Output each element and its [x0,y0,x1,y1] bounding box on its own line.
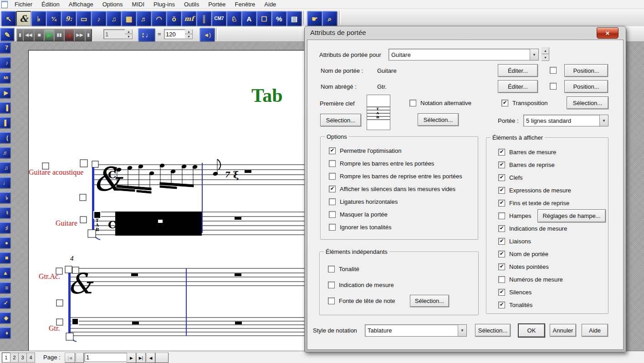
endings-repeat-text-checkbox[interactable]: ✔ [498,200,505,207]
cancel-button[interactable]: Annuler [550,324,576,337]
chevron-down-icon[interactable]: ▼ [530,49,538,60]
tempo-input[interactable] [164,29,186,39]
page-first-button[interactable]: |◀ [65,353,75,363]
tempo-button[interactable]: ▲▼ ♩ [138,28,155,42]
barlines-checkbox[interactable]: ✔ [498,149,505,156]
tuplet-tool-button[interactable]: ♬ [136,11,152,26]
view-preset-3-button[interactable]: 3 [18,353,27,363]
palette-button-18[interactable]: ✓ [0,297,11,309]
playback-play-button[interactable]: ▶ [44,29,55,41]
graphics-tool-button[interactable]: ☐ [256,11,272,26]
flat-beams-checkbox[interactable] [329,198,336,205]
abbr-name-checkbox[interactable] [550,83,557,90]
edit-abbr-name-button[interactable]: Éditer... [498,80,538,93]
tempo-up-button[interactable]: ▲ [185,29,193,34]
notation-style-combo[interactable]: Tablature ▼ [365,324,467,337]
view-preset-4-button[interactable]: 4 [26,353,35,363]
notation-style-selection-button[interactable]: Sélection... [475,324,511,337]
counter-up-button[interactable]: ▲ [125,29,133,34]
measure-tool-button[interactable]: ▭ [76,11,92,26]
palette-button-5[interactable]: ▐ [0,102,11,114]
page-next-button[interactable]: ▶ [127,353,136,363]
staff-up-button[interactable]: ▲ [542,47,549,54]
palette-button-9[interactable]: ♫ [0,162,11,174]
notehead-font-checkbox[interactable] [328,297,335,304]
break-repeat-barlines-checkbox[interactable] [329,173,336,180]
stems-checkbox[interactable] [498,212,505,219]
staff-down-button[interactable]: ▼ [542,54,549,61]
break-barlines-checkbox[interactable] [329,160,336,167]
transposition-checkbox[interactable]: ✔ [501,100,508,106]
close-button[interactable]: × [597,27,618,39]
palette-button-8[interactable]: ♬ [0,147,11,159]
dotted-notes-checkbox[interactable]: ✔ [498,263,505,270]
measure-expressions-checkbox[interactable]: ✔ [498,187,505,194]
palette-button-14[interactable]: ● [0,237,11,249]
palette-button-7[interactable]: ( [0,132,11,144]
zoom-tool-button[interactable]: ⌕ [322,11,337,26]
playback-pause-button[interactable]: ▮▮ [54,29,65,41]
palette-button-13[interactable]: ♯ [0,222,11,234]
help-button[interactable]: Aide [582,324,608,337]
full-name-checkbox[interactable] [550,67,557,74]
menu-edition[interactable]: Édition [37,0,64,8]
menu-affichage[interactable]: Affichage [65,0,97,8]
playback-record-button[interactable]: ● [64,29,75,41]
palette-button-2[interactable]: ♪ [0,57,11,69]
time-signature-tool-button[interactable]: ¾ [46,11,61,26]
simple-entry-tool-button[interactable]: ♪ [91,11,107,26]
time-signatures-checkbox[interactable]: ✔ [498,225,505,232]
key-signature-checkbox[interactable] [328,266,335,272]
score-canvas[interactable]: & & C C T A B [27,152,304,348]
palette-button-15[interactable]: ■ [0,252,11,264]
measure-counter-input[interactable] [103,29,126,39]
palette-button-16[interactable]: ▲ [0,267,11,279]
palette-button-11[interactable]: ♭ [0,192,11,204]
chevron-down-icon[interactable]: ▼ [458,325,466,336]
menu-options[interactable]: Options [98,0,127,8]
smartshape-tool-button[interactable]: ◠ [151,11,167,26]
menu-fenetre[interactable]: Fenêtre [231,0,260,8]
menu-plugins[interactable]: Plug-ins [149,0,179,8]
page-last-button[interactable]: ▶| [136,353,146,363]
ignore-keys-checkbox[interactable] [329,224,336,231]
view-preset-2-button[interactable]: 2 [10,353,19,363]
resize-tool-button[interactable]: % [271,11,287,26]
palette-button-6[interactable]: ▌ [0,117,11,129]
playback-to-end-button[interactable]: ▮ [85,29,92,41]
expression-tool-button[interactable]: mf [181,11,197,26]
palette-button-3[interactable]: MI [0,72,11,84]
chevron-down-icon[interactable]: ▼ [599,115,608,126]
page-number-input[interactable] [84,353,127,362]
speaker-button[interactable]: ◄) [199,28,215,42]
text-tool-button[interactable]: A [241,11,257,26]
key-signature-tool-button[interactable]: ♭ [31,11,46,26]
measure-numbers-checkbox[interactable] [498,276,505,283]
repeat-bars-checkbox[interactable]: ✔ [498,161,505,168]
playback-stop-button[interactable]: ■ [34,29,45,41]
palette-button-17[interactable]: ≡ [0,282,11,294]
edit-full-name-button[interactable]: Éditer... [498,64,538,77]
rests-checkbox[interactable]: ✔ [498,289,505,296]
menu-aide[interactable]: Aide [260,0,280,8]
view-preset-1-button[interactable]: 1 [2,353,10,363]
time-signature-checkbox[interactable] [328,282,335,288]
clefs-checkbox[interactable]: ✔ [498,174,505,181]
position-abbr-name-button[interactable]: Position... [564,80,608,93]
palette-button-1[interactable]: 7 [0,42,11,54]
view-tool-button[interactable]: ✎ [0,28,15,41]
show-rests-empty-measures-checkbox[interactable]: ✔ [329,186,336,192]
staff-tool-button[interactable]: & [16,11,31,26]
counter-down-button[interactable]: ▼ [125,34,133,39]
ok-button[interactable]: OK [518,323,545,338]
allow-optimization-checkbox[interactable]: ✔ [329,147,336,154]
menu-outils[interactable]: Outils [180,0,203,8]
playback-rewind-button[interactable]: ◀◀ [23,29,35,41]
page-layout-tool-button[interactable]: ▤ [286,11,302,26]
palette-button-19[interactable]: ◆ [0,312,11,324]
selected-measure-block[interactable] [115,212,202,236]
ties-checkbox[interactable]: ✔ [498,238,505,245]
key-signatures-checkbox[interactable]: ✔ [498,302,505,308]
hscroll-track[interactable] [155,353,169,363]
notehead-font-selection-button[interactable]: Sélection... [410,295,449,307]
